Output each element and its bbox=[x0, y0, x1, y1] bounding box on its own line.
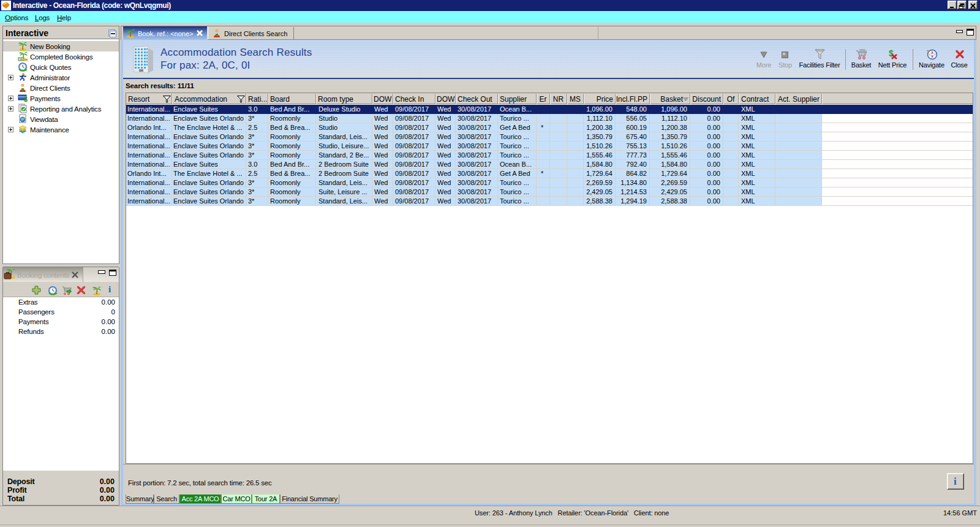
svg-text:$: $ bbox=[889, 48, 894, 58]
svg-text:$: $ bbox=[24, 96, 28, 103]
